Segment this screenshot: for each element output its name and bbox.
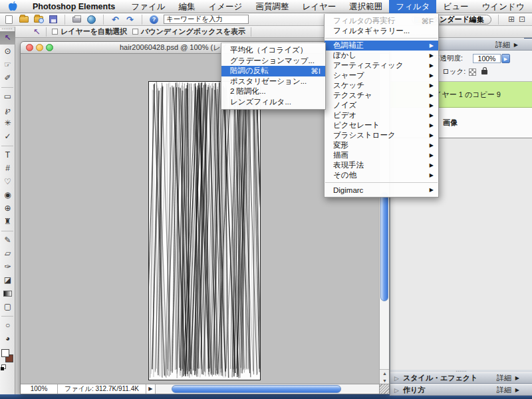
move-icon: ↖ <box>4 34 11 42</box>
red-eye-removal-tool[interactable]: ◉ <box>0 188 15 201</box>
menubar-enhance[interactable]: 画質調整 <box>249 0 295 13</box>
menu-item-other[interactable]: その他 ▶ <box>325 170 438 180</box>
cascade-windows-icon[interactable]: ⊡ <box>519 15 525 24</box>
menu-item-pixelate[interactable]: ピクセレート ▶ <box>325 120 438 130</box>
hand-tool[interactable]: ☞ <box>0 58 15 71</box>
lock-all-icon[interactable] <box>481 70 487 74</box>
gradient-icon <box>3 291 12 297</box>
scroll-up-button[interactable]: ▲ <box>380 370 389 377</box>
filter-menu: フィルタの再実行 ⌘F フィルタギャラリー... 色調補正 ▶ ぼかし ▶ アー… <box>324 14 439 198</box>
help-button[interactable]: ? <box>149 15 159 24</box>
menu-item-filter-gallery[interactable]: フィルタギャラリー... <box>325 26 438 36</box>
pencil-tool[interactable]: ✎ <box>0 233 15 247</box>
new-file-button[interactable] <box>4 15 14 24</box>
healing-brush-tool[interactable]: ⊕ <box>0 201 15 215</box>
menu-item-gradient-map[interactable]: グラデーションマップ... <box>221 56 325 66</box>
cookie-cutter-tool[interactable]: ♡ <box>0 175 15 188</box>
blur-tool[interactable]: ○ <box>0 319 15 332</box>
apple-icon <box>9 1 17 11</box>
type-tool[interactable]: T <box>0 148 15 162</box>
hair-image-canvas[interactable] <box>148 81 261 380</box>
horizontal-scrollbar-thumb[interactable] <box>172 385 341 393</box>
disclosure-triangle-icon[interactable]: ▷ <box>394 375 399 382</box>
clone-stamp-tool[interactable]: ♜ <box>0 215 15 228</box>
hand-icon: ☞ <box>4 61 11 68</box>
menu-item-blur[interactable]: ぼかし ▶ <box>325 51 438 61</box>
menu-item-texture[interactable]: テクスチャ ▶ <box>325 90 438 100</box>
menu-item-invert[interactable]: 階調の反転 ⌘I <box>221 66 325 76</box>
menu-item-sharpen[interactable]: シャープ ▶ <box>325 70 438 80</box>
opacity-field[interactable]: 100% <box>473 54 501 63</box>
menu-item-posterize[interactable]: ポスタリゼーション... <box>221 76 325 87</box>
move-tool[interactable]: ↖ <box>0 31 15 45</box>
menubar-layer[interactable]: レイヤー <box>295 0 342 13</box>
brush-tool[interactable]: ✑ <box>0 260 15 273</box>
horizontal-scrollbar[interactable] <box>156 384 389 394</box>
zoom-level-field[interactable]: 100% <box>21 384 58 394</box>
menubar-photoshop-elements[interactable]: Photoshop Elements <box>26 0 124 13</box>
file-browser-button[interactable] <box>33 15 43 24</box>
window-resize-grip[interactable] <box>379 384 389 394</box>
zoom-tool[interactable]: ⊙ <box>0 45 15 58</box>
share-online-button[interactable] <box>86 15 96 24</box>
menubar-view[interactable]: ビュー <box>436 0 475 13</box>
menu-item-sketch[interactable]: スケッチ ▶ <box>325 80 438 90</box>
lasso-tool[interactable]: ℘ <box>0 103 15 116</box>
menubar-select[interactable]: 選択範囲 <box>342 0 389 13</box>
submenu-arrow-icon: ▶ <box>430 112 434 118</box>
foreground-color-swatch[interactable] <box>1 349 9 357</box>
menubar-edit[interactable]: 編集 <box>172 0 202 13</box>
menu-item-distort[interactable]: 変形 ▶ <box>325 140 438 150</box>
menu-item-stylize[interactable]: 表現手法 ▶ <box>325 160 438 170</box>
magic-wand-tool[interactable]: ✳ <box>0 116 15 130</box>
sponge-icon: ◕ <box>5 334 10 342</box>
menu-item-equalize[interactable]: 平均化（イコライズ） <box>221 45 325 56</box>
print-button[interactable] <box>72 15 82 24</box>
eraser-tool[interactable]: ▱ <box>0 247 15 260</box>
opacity-slider-button[interactable]: ▶ <box>501 54 510 63</box>
menubar-filter[interactable]: フィルタ <box>389 0 436 13</box>
undo-button[interactable]: ↶ <box>110 15 120 24</box>
default-colors-icon[interactable] <box>1 364 6 369</box>
status-options-arrow[interactable]: ▶ <box>146 384 156 394</box>
tile-windows-icon[interactable]: ⊞ <box>508 15 515 24</box>
marquee-tool[interactable]: ▭ <box>0 90 15 103</box>
crop-tool[interactable]: # <box>0 162 15 175</box>
close-window-button[interactable] <box>26 44 33 51</box>
menubar-file[interactable]: ファイル <box>124 0 172 13</box>
paint-bucket-tool[interactable]: ◪ <box>0 273 15 287</box>
menu-item-adjustments[interactable]: 色調補正 ▶ <box>325 41 438 51</box>
redo-button[interactable]: ↷ <box>125 15 135 24</box>
how-to-palette-bar[interactable]: ▷ 作り方 詳細 ▶ <box>390 384 532 396</box>
auto-select-layer-checkbox[interactable]: レイヤーを自動選択 <box>52 27 127 37</box>
redo-icon: ↷ <box>126 15 134 25</box>
vertical-scrollbar-thumb[interactable] <box>380 192 388 301</box>
sponge-tool[interactable]: ◕ <box>0 332 15 345</box>
shape-tool[interactable]: ▢ <box>0 300 15 313</box>
gradient-tool[interactable] <box>0 287 15 300</box>
zoom-window-button[interactable] <box>46 44 53 51</box>
menu-item-photo-filter[interactable]: レンズフィルタ... <box>221 97 325 108</box>
minimize-window-button[interactable] <box>36 44 43 51</box>
menu-item-render[interactable]: 描画 ▶ <box>325 150 438 160</box>
open-file-button[interactable] <box>19 15 29 24</box>
apple-menu[interactable] <box>0 1 26 11</box>
menubar-window[interactable]: ウインドウ <box>475 0 531 13</box>
move-tool-option-icon[interactable]: ↖ <box>33 27 41 37</box>
keyword-search-input[interactable] <box>164 15 249 24</box>
menu-item-artistic[interactable]: アーティスティック ▶ <box>325 61 438 70</box>
menu-item-video[interactable]: ビデオ ▶ <box>325 110 438 120</box>
selection-brush-tool[interactable]: ✓ <box>0 130 15 143</box>
menu-item-digimarc[interactable]: Digimarc ▶ <box>325 185 438 195</box>
tool-separator <box>1 143 13 146</box>
lock-transparency-icon[interactable] <box>469 68 476 76</box>
save-button[interactable] <box>48 15 58 24</box>
show-bounding-box-checkbox[interactable]: バウンディングボックスを表示 <box>132 27 245 37</box>
menu-item-brush-strokes[interactable]: ブラシストローク ▶ <box>325 130 438 140</box>
styles-effects-palette-bar[interactable]: ▷ スタイル・エフェクト 詳細 ▶ <box>390 372 532 384</box>
menu-item-threshold[interactable]: 2 階調化... <box>221 86 325 97</box>
menubar-image[interactable]: イメージ <box>202 0 249 13</box>
menu-item-noise[interactable]: ノイズ ▶ <box>325 100 438 110</box>
eyedropper-tool[interactable]: ✐ <box>0 71 15 84</box>
disclosure-triangle-icon[interactable]: ▷ <box>394 387 399 394</box>
